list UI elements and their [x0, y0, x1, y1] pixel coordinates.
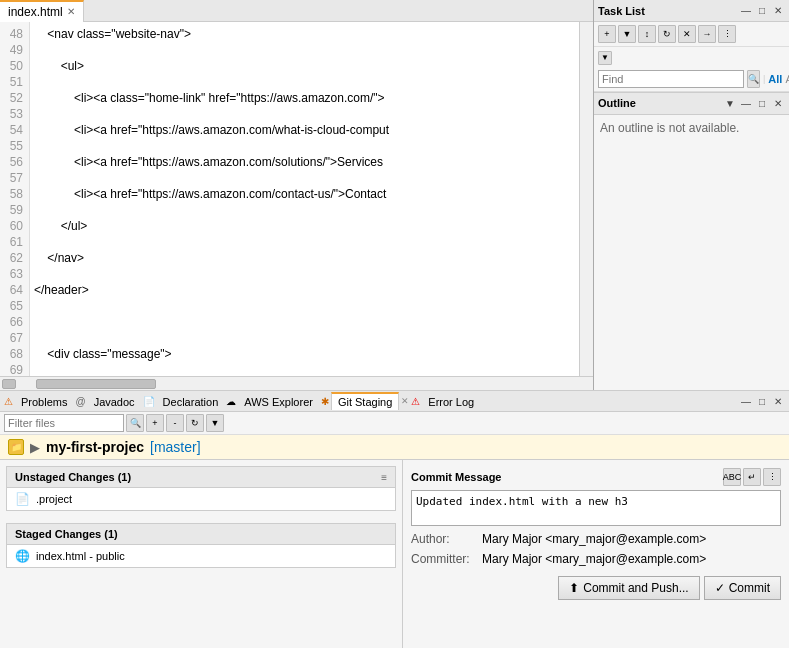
- git-arrow: ▶: [30, 440, 40, 455]
- staged-header: Staged Changes (1): [7, 524, 395, 545]
- outline-body: An outline is not available.: [594, 115, 789, 391]
- commit-and-push-label: Commit and Push...: [583, 581, 688, 595]
- task-panel: Task List — □ ✕ + ▼ ↕ ↻ ✕ → ⋮ ▼: [594, 0, 789, 390]
- task-delete-btn[interactable]: ✕: [678, 25, 696, 43]
- author-label: Author:: [411, 532, 476, 546]
- tab-aws-explorer[interactable]: AWS Explorer: [238, 393, 319, 410]
- staged-changes-section: Staged Changes (1) 🌐 index.html - public: [6, 523, 396, 568]
- bottom-minimize-btn[interactable]: —: [739, 394, 753, 408]
- bottom-close-btn[interactable]: ✕: [771, 394, 785, 408]
- commit-button[interactable]: ✓ Commit: [704, 576, 781, 600]
- problems-tab-icon: ⚠: [4, 396, 13, 407]
- author-value: Mary Major <mary_major@example.com>: [482, 532, 706, 546]
- task-find-icon[interactable]: 🔍: [747, 70, 760, 88]
- tab-git-staging[interactable]: Git Staging: [331, 392, 399, 410]
- task-find-input[interactable]: [598, 70, 744, 88]
- task-panel-title: Task List: [598, 5, 645, 17]
- git-right-panel: Commit Message ABC ↵ ⋮ Updated index.htm…: [403, 460, 789, 648]
- task-tab-bar: Task List — □ ✕: [594, 0, 789, 22]
- git-staging-close[interactable]: ✕: [401, 396, 409, 406]
- git-filter-btn[interactable]: 🔍: [126, 414, 144, 432]
- git-repo-name: my-first-projec: [46, 439, 144, 455]
- scrollbar-vertical[interactable]: [579, 22, 593, 376]
- unstaged-file-project[interactable]: 📄 .project: [7, 488, 395, 510]
- outline-minimize-btn[interactable]: —: [739, 96, 753, 110]
- commit-header-icons: ABC ↵ ⋮: [723, 468, 781, 486]
- git-content: Unstaged Changes (1) ≡ 📄 .project Staged…: [0, 460, 789, 648]
- commit-header: Commit Message ABC ↵ ⋮: [411, 468, 781, 486]
- task-expand-btn[interactable]: ▼: [598, 51, 612, 65]
- editor-tab-bar: index.html ✕: [0, 0, 593, 22]
- editor-tab-label: index.html: [8, 5, 63, 19]
- task-maximize-btn[interactable]: □: [755, 4, 769, 18]
- outline-panel-controls: ▼ — □ ✕: [723, 96, 785, 110]
- staged-file-indexhtml[interactable]: 🌐 index.html - public: [7, 545, 395, 567]
- task-close-btn[interactable]: ✕: [771, 4, 785, 18]
- unstaged-header: Unstaged Changes (1) ≡: [7, 467, 395, 488]
- editor-tab-close[interactable]: ✕: [67, 6, 75, 17]
- aws-icon: ☁: [226, 396, 236, 407]
- git-refresh-btn[interactable]: ↻: [186, 414, 204, 432]
- outline-message: An outline is not available.: [600, 121, 739, 135]
- filter-active[interactable]: Activa...: [785, 73, 789, 85]
- tab-error-log[interactable]: Error Log: [422, 393, 480, 410]
- commit-icon: ✓: [715, 581, 725, 595]
- code-area[interactable]: <nav class="website-nav"> <ul> <li><a cl…: [30, 22, 579, 376]
- task-refresh-btn[interactable]: ↻: [658, 25, 676, 43]
- git-icon: ✱: [321, 396, 329, 407]
- task-filter-btn[interactable]: ▼: [618, 25, 636, 43]
- outline-dropdown-btn[interactable]: ▼: [723, 96, 737, 110]
- unstaged-title: Unstaged Changes (1): [15, 471, 131, 483]
- commit-message-textarea[interactable]: Updated index.html with a new h3: [411, 490, 781, 526]
- scrollbar-horizontal[interactable]: [0, 376, 593, 390]
- commit-message-label: Commit Message: [411, 471, 501, 483]
- task-panel-controls: — □ ✕: [739, 4, 785, 18]
- task-minimize-btn[interactable]: —: [739, 4, 753, 18]
- editor-panel: index.html ✕ 484950515253545556575859606…: [0, 0, 594, 390]
- outline-tab-bar: Outline ▼ — □ ✕: [594, 93, 789, 115]
- error-icon: ⚠: [411, 396, 420, 407]
- task-sort-btn[interactable]: ↕: [638, 25, 656, 43]
- committer-value: Mary Major <mary_major@example.com>: [482, 552, 706, 566]
- filter-all[interactable]: All: [768, 73, 782, 85]
- commit-buttons: ⬆ Commit and Push... ✓ Commit: [411, 576, 781, 600]
- commit-push-icon: ⬆: [569, 581, 579, 595]
- decl-icon: 📄: [143, 396, 155, 407]
- git-menu-btn[interactable]: ▼: [206, 414, 224, 432]
- outline-maximize-btn[interactable]: □: [755, 96, 769, 110]
- unstaged-changes-section: Unstaged Changes (1) ≡ 📄 .project: [6, 466, 396, 511]
- line-numbers: 4849505152535455565758596061626364656667…: [0, 22, 30, 376]
- tab-javadoc[interactable]: Javadoc: [88, 393, 141, 410]
- scrollbar-thumb[interactable]: [36, 379, 156, 389]
- task-new-btn[interactable]: +: [598, 25, 616, 43]
- unstaged-sort-icon[interactable]: ≡: [381, 472, 387, 483]
- bottom-panel-controls: — □ ✕: [739, 394, 785, 408]
- task-menu-btn[interactable]: ⋮: [718, 25, 736, 43]
- git-stage-all-btn[interactable]: +: [146, 414, 164, 432]
- indexhtml-file-name: index.html - public: [36, 550, 125, 562]
- task-toolbar: + ▼ ↕ ↻ ✕ → ⋮: [594, 22, 789, 47]
- bottom-maximize-btn[interactable]: □: [755, 394, 769, 408]
- project-file-name: .project: [36, 493, 72, 505]
- git-unstage-all-btn[interactable]: -: [166, 414, 184, 432]
- editor-tab[interactable]: index.html ✕: [0, 0, 84, 22]
- committer-label: Committer:: [411, 552, 476, 566]
- commit-more-btn[interactable]: ⋮: [763, 468, 781, 486]
- committer-field: Committer: Mary Major <mary_major@exampl…: [411, 552, 781, 566]
- commit-and-push-button[interactable]: ⬆ Commit and Push...: [558, 576, 699, 600]
- separator1: |: [763, 74, 765, 84]
- filter-files-input[interactable]: [4, 414, 124, 432]
- tab-declaration[interactable]: Declaration: [157, 393, 225, 410]
- project-file-icon: 📄: [15, 492, 30, 506]
- outline-panel: Outline ▼ — □ ✕ An outline is not availa…: [594, 92, 789, 391]
- indexhtml-file-icon: 🌐: [15, 549, 30, 563]
- git-branch: [master]: [150, 439, 201, 455]
- task-find-bar: 🔍 | All Activa...: [594, 67, 789, 92]
- tab-problems[interactable]: Problems: [15, 393, 73, 410]
- outline-panel-title: Outline: [598, 97, 636, 109]
- outline-close-btn[interactable]: ✕: [771, 96, 785, 110]
- task-arrow-btn[interactable]: →: [698, 25, 716, 43]
- javadoc-at: @: [75, 396, 85, 407]
- commit-wrap-btn[interactable]: ↵: [743, 468, 761, 486]
- commit-spell-btn[interactable]: ABC: [723, 468, 741, 486]
